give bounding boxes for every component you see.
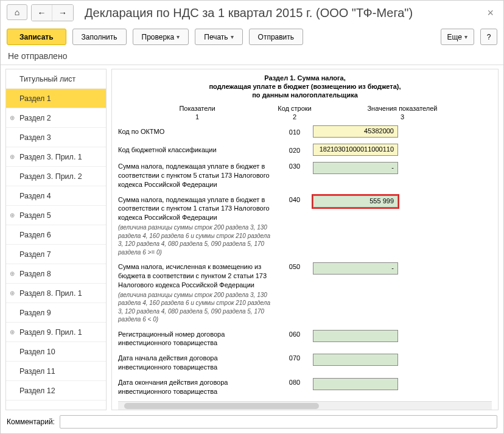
sidebar-item-13[interactable]: ⊕Раздел 9. Прил. 1 xyxy=(6,323,106,342)
section-title-1: Раздел 1. Сумма налога, xyxy=(118,74,492,82)
home-icon: ⌂ xyxy=(15,7,19,17)
row-label: Регистрационный номер договора инвестици… xyxy=(118,330,276,348)
back-button[interactable]: ← xyxy=(32,5,52,21)
row-code: 070 xyxy=(276,354,313,362)
sidebar-item-0[interactable]: Титульный лист xyxy=(6,69,106,89)
form-row-050: Сумма налога, исчисленная к возмещению и… xyxy=(118,262,492,324)
expand-icon: ⊕ xyxy=(10,329,15,335)
column-headers: Показатели Код строки Значения показател… xyxy=(118,105,492,112)
sidebar-item-1[interactable]: Раздел 1 xyxy=(6,89,106,108)
forward-button[interactable]: → xyxy=(52,5,73,21)
send-button[interactable]: Отправить xyxy=(249,29,304,45)
value-field-040[interactable]: 555 999 xyxy=(313,195,398,208)
expand-icon: ⊕ xyxy=(10,114,15,121)
column-numbers: 1 2 3 xyxy=(118,113,492,121)
sidebar: Титульный листРаздел 1⊕Раздел 2Раздел 3⊕… xyxy=(5,69,107,410)
sidebar-item-5[interactable]: Раздел 3. Прил. 2 xyxy=(6,167,106,186)
value-field-080[interactable] xyxy=(313,378,398,390)
sidebar-item-label: Раздел 3 xyxy=(19,133,51,142)
form-row-020: Код бюджетной классификации0201821030100… xyxy=(118,144,492,156)
sidebar-item-14[interactable]: Раздел 10 xyxy=(6,342,106,362)
row-label: Код бюджетной классификации xyxy=(118,145,276,155)
row-code: 030 xyxy=(276,162,313,170)
form-row-060: Регистрационный номер договора инвестици… xyxy=(118,330,492,348)
expand-icon: ⊕ xyxy=(10,212,15,219)
section-title-3: по данным налогоплательщика xyxy=(118,91,492,99)
sidebar-item-label: Раздел 11 xyxy=(19,367,55,376)
section-title-2: подлежащая уплате в бюджет (возмещению и… xyxy=(118,83,492,90)
sidebar-item-label: Раздел 9. Прил. 1 xyxy=(19,328,82,337)
sidebar-item-3[interactable]: Раздел 3 xyxy=(6,128,106,147)
sidebar-item-label: Раздел 2 xyxy=(19,114,51,122)
sidebar-item-label: Раздел 7 xyxy=(19,250,51,259)
row-code: 040 xyxy=(276,195,313,203)
comment-label: Комментарий: xyxy=(7,418,55,426)
sidebar-item-label: Раздел 8 xyxy=(19,270,51,278)
row-label: Сумма налога, подлежащая уплате в бюджет… xyxy=(118,195,276,257)
arrow-left-icon: ← xyxy=(38,8,46,18)
check-button[interactable]: Проверка▾ xyxy=(133,29,189,45)
value-field-020[interactable]: 18210301000011000110 xyxy=(313,144,398,156)
sidebar-item-15[interactable]: Раздел 11 xyxy=(6,362,106,381)
sidebar-item-label: Раздел 3. Прил. 2 xyxy=(19,172,82,181)
row-label: Дата начала действия договора инвестицио… xyxy=(118,354,276,372)
home-button[interactable]: ⌂ xyxy=(7,4,27,20)
chevron-down-icon: ▾ xyxy=(231,33,234,40)
form-row-080: Дата окончания действия договора инвести… xyxy=(118,378,492,396)
help-button[interactable]: ? xyxy=(480,29,497,45)
sidebar-item-label: Раздел 6 xyxy=(19,231,51,239)
save-button[interactable]: Записать xyxy=(7,29,66,45)
sidebar-item-11[interactable]: ⊕Раздел 8. Прил. 1 xyxy=(6,284,106,303)
row-code: 010 xyxy=(276,128,313,136)
value-field-010[interactable]: 45382000 xyxy=(313,125,398,138)
status-text: Не отправлено xyxy=(1,49,503,65)
sidebar-item-16[interactable]: Раздел 12 xyxy=(6,381,106,401)
expand-icon: ⊕ xyxy=(10,270,15,277)
row-hint: (величина разницы суммы строк 200 раздел… xyxy=(118,291,271,324)
more-button[interactable]: Еще▾ xyxy=(441,29,474,45)
value-field-050[interactable]: - xyxy=(313,262,398,275)
print-button[interactable]: Печать▾ xyxy=(195,29,242,45)
fill-button[interactable]: Заполнить xyxy=(72,29,127,45)
horizontal-scrollbar[interactable] xyxy=(118,401,492,410)
form-row-030: Сумма налога, подлежащая уплате в бюджет… xyxy=(118,162,492,189)
sidebar-item-2[interactable]: ⊕Раздел 2 xyxy=(6,108,106,128)
comment-input[interactable] xyxy=(60,415,497,429)
chevron-down-icon: ▾ xyxy=(464,33,467,40)
row-label: Дата окончания действия договора инвести… xyxy=(118,378,276,396)
sidebar-item-6[interactable]: Раздел 4 xyxy=(6,186,106,206)
row-code: 080 xyxy=(276,378,313,386)
sidebar-item-label: Раздел 8. Прил. 1 xyxy=(19,289,82,298)
scrollbar-thumb[interactable] xyxy=(124,403,319,409)
sidebar-item-label: Титульный лист xyxy=(19,75,75,83)
sidebar-item-7[interactable]: ⊕Раздел 5 xyxy=(6,206,106,225)
row-label: Сумма налога, подлежащая уплате в бюджет… xyxy=(118,162,276,189)
close-button[interactable]: × xyxy=(483,7,497,19)
chevron-down-icon: ▾ xyxy=(177,33,180,40)
arrow-right-icon: → xyxy=(58,8,67,18)
close-icon: × xyxy=(487,7,494,19)
content-panel: Раздел 1. Сумма налога, подлежащая уплат… xyxy=(111,69,499,410)
sidebar-item-label: Раздел 3. Прил. 1 xyxy=(19,153,82,161)
value-field-060[interactable] xyxy=(313,330,398,342)
sidebar-item-label: Раздел 1 xyxy=(19,94,51,103)
expand-icon: ⊕ xyxy=(10,290,15,296)
form-row-070: Дата начала действия договора инвестицио… xyxy=(118,354,492,372)
sidebar-item-10[interactable]: ⊕Раздел 8 xyxy=(6,264,106,284)
sidebar-item-4[interactable]: ⊕Раздел 3. Прил. 1 xyxy=(6,147,106,167)
value-field-070[interactable] xyxy=(313,354,398,366)
value-field-030[interactable]: - xyxy=(313,162,398,174)
sidebar-item-9[interactable]: Раздел 7 xyxy=(6,245,106,264)
sidebar-item-label: Раздел 5 xyxy=(19,211,51,220)
form-row-040: Сумма налога, подлежащая уплате в бюджет… xyxy=(118,195,492,257)
sidebar-item-12[interactable]: Раздел 9 xyxy=(6,303,106,323)
page-title: Декларация по НДС за 1 квартал 2015 г. (… xyxy=(85,6,483,20)
form-row-010: Код по ОКТМО01045382000 xyxy=(118,125,492,138)
sidebar-item-label: Раздел 10 xyxy=(19,348,55,356)
row-code: 020 xyxy=(276,146,313,154)
sidebar-item-8[interactable]: Раздел 6 xyxy=(6,225,106,245)
row-label: Сумма налога, исчисленная к возмещению и… xyxy=(118,262,276,324)
sidebar-item-label: Раздел 12 xyxy=(19,387,55,395)
row-hint: (величина разницы суммы строк 200 раздел… xyxy=(118,223,271,256)
expand-icon: ⊕ xyxy=(10,153,15,160)
